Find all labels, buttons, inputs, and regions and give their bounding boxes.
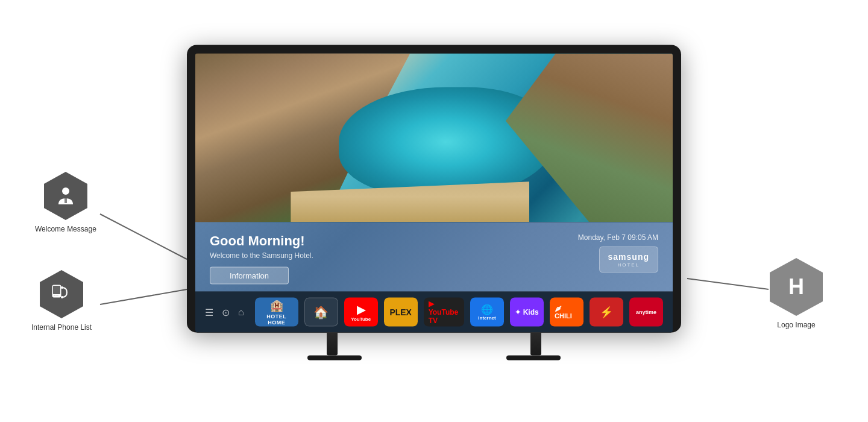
- kids-app[interactable]: ✦ Kids: [510, 298, 544, 327]
- svg-rect-9: [55, 295, 57, 295]
- svg-point-5: [64, 198, 67, 201]
- svg-line-0: [100, 214, 187, 259]
- logo-image-badge: H Logo Image: [770, 258, 823, 330]
- svg-rect-10: [57, 295, 58, 295]
- greeting-text: Good Morning!: [210, 233, 313, 249]
- chili-label: 🌶 CHILI: [555, 305, 579, 320]
- tv-display: Good Morning! Welcome to the Samsung Hot…: [187, 45, 681, 361]
- house-icon: 🏠: [313, 305, 329, 320]
- logo-hexagon: H: [770, 258, 823, 316]
- stand-leg-left: [327, 333, 338, 356]
- hotel-home-icon: 🏨: [270, 299, 283, 312]
- stand-base-right: [506, 356, 561, 361]
- beach-scene: [195, 54, 673, 222]
- youtube-icon: ▶: [357, 303, 365, 316]
- internet-app[interactable]: 🌐 Internet: [470, 298, 504, 327]
- boat-wake: [587, 86, 627, 119]
- youtubetv-app[interactable]: ▶ YouTubeTV: [424, 298, 464, 327]
- welcome-left: Good Morning! Welcome to the Samsung Hot…: [210, 233, 313, 285]
- house-app[interactable]: 🏠: [304, 298, 338, 327]
- stand-base-left: [307, 356, 362, 361]
- welcome-subtitle: Welcome to the Samsung Hotel.: [210, 251, 313, 260]
- hotel-home-app[interactable]: 🏨 HOTELHome: [255, 298, 298, 327]
- information-button[interactable]: Information: [210, 267, 289, 285]
- welcome-bar: Good Morning! Welcome to the Samsung Hot…: [195, 222, 673, 292]
- menu-icon[interactable]: ☰: [205, 306, 213, 318]
- svg-rect-7: [53, 286, 60, 294]
- tv-stand-bases: [307, 356, 561, 361]
- red-app-1[interactable]: ⚡: [590, 298, 623, 327]
- home-circle-icon[interactable]: ⊙: [222, 306, 230, 318]
- logo-h-letter: H: [788, 274, 804, 300]
- internet-icon: 🌐: [481, 304, 493, 315]
- welcome-message-badge: Welcome Message: [35, 172, 96, 235]
- hotel-brand: samsung: [608, 252, 649, 262]
- youtubetv-label: ▶ YouTubeTV: [429, 300, 459, 325]
- internal-phone-label: Internal Phone List: [31, 323, 92, 333]
- logo-image-label: Logo Image: [777, 321, 815, 330]
- welcome-message-label: Welcome Message: [35, 225, 96, 235]
- phone-hexagon: [40, 270, 83, 318]
- youtube-label: YouTube: [351, 316, 371, 321]
- home-icon[interactable]: ⌂: [238, 307, 244, 318]
- plex-label: PLEX: [389, 307, 412, 317]
- app-bar: ☰ ⊙ ⌂ 🏨 HOTELHome 🏠 ▶ YouTube: [195, 292, 673, 333]
- welcome-right: Monday, Feb 7 09:05 AM samsung HOTEL: [578, 233, 658, 273]
- svg-rect-8: [54, 295, 55, 295]
- internet-label: Internet: [478, 315, 495, 321]
- hotel-home-label: HOTELHome: [266, 313, 286, 326]
- kids-label: ✦ Kids: [515, 308, 538, 316]
- hotel-logo: samsung HOTEL: [599, 247, 658, 273]
- svg-line-1: [100, 289, 187, 304]
- welcome-hexagon: [44, 172, 87, 220]
- svg-point-11: [61, 286, 63, 289]
- water-area: [339, 87, 553, 197]
- chili-app[interactable]: 🌶 CHILI: [550, 298, 583, 327]
- boat: [568, 93, 588, 104]
- svg-line-2: [687, 279, 769, 289]
- hotel-sub: HOTEL: [608, 262, 649, 267]
- tv-stand-legs: [327, 333, 541, 356]
- tv-frame: Good Morning! Welcome to the Samsung Hot…: [187, 45, 681, 333]
- tv-screen: Good Morning! Welcome to the Samsung Hot…: [195, 54, 673, 333]
- svg-point-3: [62, 187, 69, 195]
- red1-icon: ⚡: [600, 306, 613, 319]
- datetime-display: Monday, Feb 7 09:05 AM: [578, 233, 658, 242]
- youtube-app[interactable]: ▶ YouTube: [344, 298, 378, 327]
- nav-icons: ☰ ⊙ ⌂: [205, 306, 244, 318]
- anytime-app[interactable]: anytime: [629, 298, 663, 327]
- plex-app[interactable]: PLEX: [384, 298, 418, 327]
- stand-leg-right: [530, 333, 541, 356]
- svg-point-12: [61, 296, 63, 298]
- internal-phone-badge: Internal Phone List: [31, 270, 92, 333]
- anytime-label: anytime: [636, 309, 656, 315]
